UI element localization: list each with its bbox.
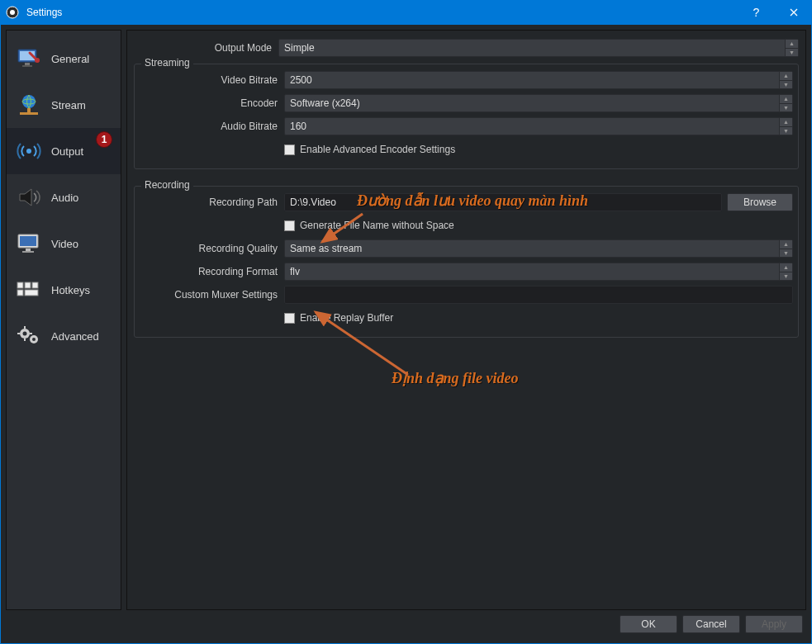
streaming-group: Streaming Video Bitrate 2500 ▲▼ Encoder bbox=[134, 64, 799, 169]
keyboard-icon bbox=[15, 278, 43, 301]
sidebar-item-audio[interactable]: Audio bbox=[7, 174, 121, 220]
help-button[interactable]: ? bbox=[738, 0, 775, 25]
recording-format-label: Recording Format bbox=[140, 266, 284, 277]
svg-point-24 bbox=[32, 338, 36, 341]
sidebar-item-label: Hotkeys bbox=[51, 284, 90, 296]
sidebar-item-stream[interactable]: Stream bbox=[7, 82, 121, 128]
svg-rect-20 bbox=[25, 290, 38, 296]
generate-filename-checkbox[interactable]: Generate File Name without Space bbox=[284, 220, 454, 231]
browse-button[interactable]: Browse bbox=[727, 193, 793, 211]
svg-rect-5 bbox=[22, 65, 32, 67]
enable-replay-buffer-checkbox[interactable]: Enable Replay Buffer bbox=[284, 312, 393, 324]
svg-rect-10 bbox=[20, 112, 38, 115]
sidebar-item-label: General bbox=[51, 53, 89, 65]
apply-button[interactable]: Apply bbox=[745, 615, 803, 633]
sidebar-item-output[interactable]: Output 1 bbox=[7, 128, 121, 174]
sidebar-item-label: Output bbox=[51, 145, 83, 158]
window-title: Settings bbox=[25, 7, 738, 18]
sidebar-item-label: Video bbox=[51, 238, 78, 250]
chevron-updown-icon: ▲▼ bbox=[779, 263, 792, 280]
video-bitrate-label: Video Bitrate bbox=[140, 74, 284, 86]
sidebar-item-label: Advanced bbox=[51, 330, 99, 343]
sidebar-item-hotkeys[interactable]: Hotkeys bbox=[7, 267, 121, 313]
recording-quality-select[interactable]: Same as stream ▲▼ bbox=[284, 239, 793, 258]
muxer-settings-label: Custom Muxer Settings bbox=[140, 289, 284, 301]
svg-point-7 bbox=[22, 95, 36, 108]
video-bitrate-input[interactable]: 2500 ▲▼ bbox=[284, 71, 793, 89]
svg-point-6 bbox=[35, 58, 40, 63]
dialog-footer: OK Cancel Apply bbox=[6, 610, 806, 638]
sidebar: General Stream Output 1 Audio bbox=[6, 30, 121, 610]
svg-point-1 bbox=[10, 10, 15, 15]
svg-point-22 bbox=[23, 332, 27, 336]
recording-format-select[interactable]: flv ▲▼ bbox=[284, 263, 793, 281]
sidebar-item-label: Stream bbox=[51, 99, 86, 111]
svg-rect-19 bbox=[17, 290, 23, 296]
globe-network-icon bbox=[15, 93, 43, 116]
chevron-updown-icon: ▲▼ bbox=[785, 40, 798, 56]
app-icon bbox=[0, 6, 25, 19]
spinner-buttons-icon[interactable]: ▲▼ bbox=[779, 72, 792, 88]
cancel-button[interactable]: Cancel bbox=[682, 615, 740, 633]
svg-rect-15 bbox=[22, 251, 34, 253]
svg-rect-14 bbox=[26, 249, 31, 251]
svg-point-11 bbox=[26, 149, 31, 154]
monitor-wrench-icon bbox=[15, 47, 43, 70]
audio-bitrate-label: Audio Bitrate bbox=[140, 121, 284, 132]
svg-rect-18 bbox=[32, 282, 38, 288]
gears-icon bbox=[15, 324, 43, 348]
sidebar-item-video[interactable]: Video bbox=[7, 220, 121, 267]
recording-path-label: Recording Path bbox=[140, 197, 284, 208]
chevron-updown-icon: ▲▼ bbox=[779, 240, 792, 257]
ok-button[interactable]: OK bbox=[620, 615, 677, 633]
annotation-format: Định dạng file video bbox=[392, 369, 519, 387]
monitor-icon bbox=[15, 232, 43, 255]
recording-group: Recording Recording Path D:\9.Video Brow… bbox=[134, 186, 799, 338]
speaker-icon bbox=[15, 186, 43, 209]
badge: 1 bbox=[96, 131, 112, 148]
checkbox-box-icon bbox=[284, 220, 295, 231]
encoder-select[interactable]: Software (x264) ▲▼ bbox=[284, 94, 793, 112]
main-panel: Output Mode Simple ▲▼ Streaming Video Bi… bbox=[126, 30, 806, 610]
broadcast-icon bbox=[15, 140, 43, 163]
recording-path-input[interactable]: D:\9.Video bbox=[284, 193, 722, 211]
enable-advanced-encoder-checkbox[interactable]: Enable Advanced Encoder Settings bbox=[284, 144, 455, 155]
encoder-label: Encoder bbox=[140, 97, 284, 109]
chevron-updown-icon: ▲▼ bbox=[779, 95, 792, 111]
close-button[interactable] bbox=[775, 0, 812, 25]
checkbox-box-icon bbox=[284, 313, 295, 324]
svg-rect-16 bbox=[17, 282, 23, 288]
recording-quality-label: Recording Quality bbox=[140, 243, 284, 254]
sidebar-item-label: Audio bbox=[51, 192, 78, 204]
muxer-settings-input[interactable] bbox=[284, 286, 793, 304]
svg-rect-9 bbox=[27, 108, 31, 112]
output-mode-select[interactable]: Simple ▲▼ bbox=[278, 39, 799, 57]
streaming-group-title: Streaming bbox=[141, 57, 193, 69]
svg-rect-13 bbox=[20, 236, 36, 246]
chevron-updown-icon: ▲▼ bbox=[779, 118, 792, 135]
output-mode-label: Output Mode bbox=[134, 42, 278, 54]
svg-rect-17 bbox=[25, 282, 31, 288]
recording-group-title: Recording bbox=[141, 179, 193, 191]
titlebar: Settings ? bbox=[0, 0, 812, 25]
sidebar-item-advanced[interactable]: Advanced bbox=[7, 313, 121, 359]
sidebar-item-general[interactable]: General bbox=[7, 36, 121, 82]
svg-rect-4 bbox=[25, 63, 30, 65]
audio-bitrate-select[interactable]: 160 ▲▼ bbox=[284, 117, 793, 135]
checkbox-box-icon bbox=[284, 144, 295, 155]
